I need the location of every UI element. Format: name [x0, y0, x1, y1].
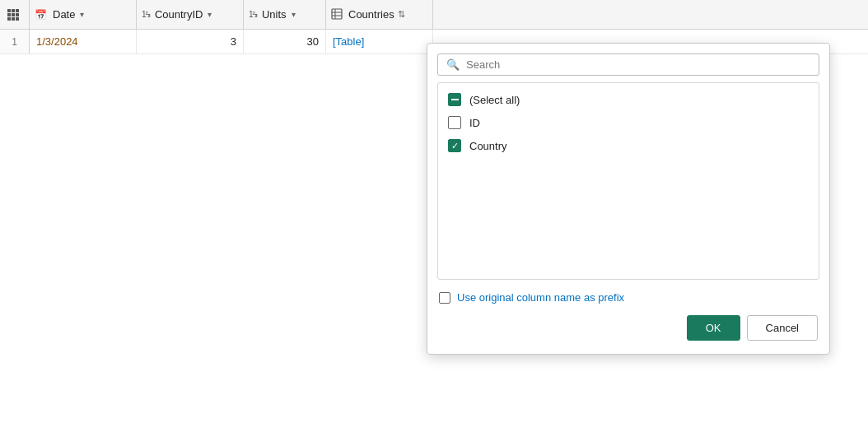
- col-label-countries: Countries: [348, 8, 394, 21]
- checkbox-select-all[interactable]: [448, 93, 461, 106]
- date-dropdown-arrow[interactable]: ▾: [80, 10, 84, 19]
- num123-icon-countryid: 1²₃: [142, 10, 150, 19]
- num123-icon-units: 1²₃: [249, 10, 257, 19]
- countryid-dropdown-arrow[interactable]: ▾: [208, 10, 212, 19]
- svg-rect-0: [332, 9, 342, 19]
- calendar-icon: 📅: [35, 9, 47, 21]
- checkbox-select-all-label: (Select all): [469, 94, 520, 106]
- column-checkbox-list: (Select all) ID Country: [437, 82, 819, 280]
- expand-columns-dropdown: 🔍 (Select all) ID Country: [427, 43, 830, 355]
- search-icon: 🔍: [446, 58, 460, 71]
- row-num-header: [0, 0, 30, 29]
- row-number: 1: [12, 36, 17, 48]
- table-icon-countries: [331, 8, 343, 21]
- units-dropdown-arrow[interactable]: ▾: [292, 10, 296, 19]
- prefix-row[interactable]: Use original column name as prefix: [427, 280, 829, 304]
- countries-cell: [Table]: [326, 30, 433, 53]
- prefix-checkbox[interactable]: [439, 292, 450, 304]
- table-container: 📅 Date ▾ 1²₃ CountryID ▾ 1²₃ Units ▾: [0, 0, 868, 446]
- search-box[interactable]: 🔍: [437, 53, 819, 76]
- col-header-countries[interactable]: Countries ⇅: [326, 0, 433, 29]
- countryid-cell: 3: [137, 30, 244, 53]
- countries-value: [Table]: [333, 35, 364, 48]
- col-header-countryid[interactable]: 1²₃ CountryID ▾: [137, 0, 244, 29]
- grid-icon: [7, 9, 19, 21]
- prefix-label: Use original column name as prefix: [457, 291, 624, 304]
- col-label-units: Units: [262, 8, 287, 21]
- col-header-units[interactable]: 1²₃ Units ▾: [244, 0, 326, 29]
- col-label-countryid: CountryID: [155, 8, 203, 21]
- ok-button[interactable]: OK: [687, 315, 740, 341]
- checkbox-id[interactable]: [448, 116, 461, 129]
- cancel-button[interactable]: Cancel: [747, 315, 818, 341]
- col-header-date[interactable]: 📅 Date ▾: [30, 0, 137, 29]
- checkbox-country-label: Country: [469, 140, 507, 152]
- search-input[interactable]: [466, 58, 810, 71]
- search-area: 🔍: [427, 44, 829, 82]
- row-num-cell: 1: [0, 30, 30, 53]
- checkbox-country[interactable]: [448, 139, 461, 152]
- btn-row: OK Cancel: [427, 304, 829, 341]
- countries-filter-icon[interactable]: ⇅: [398, 9, 405, 20]
- checkbox-item-select-all[interactable]: (Select all): [438, 88, 819, 111]
- date-cell: 1/3/2024: [30, 30, 137, 53]
- units-cell: 30: [244, 30, 326, 53]
- col-label-date: Date: [53, 8, 75, 21]
- units-value: 30: [307, 35, 319, 48]
- table-header: 📅 Date ▾ 1²₃ CountryID ▾ 1²₃ Units ▾: [0, 0, 868, 30]
- checkbox-item-id[interactable]: ID: [438, 111, 819, 134]
- checkbox-id-label: ID: [469, 117, 480, 129]
- checkbox-item-country[interactable]: Country: [438, 134, 819, 157]
- countryid-value: 3: [231, 35, 236, 48]
- date-value: 1/3/2024: [36, 35, 78, 48]
